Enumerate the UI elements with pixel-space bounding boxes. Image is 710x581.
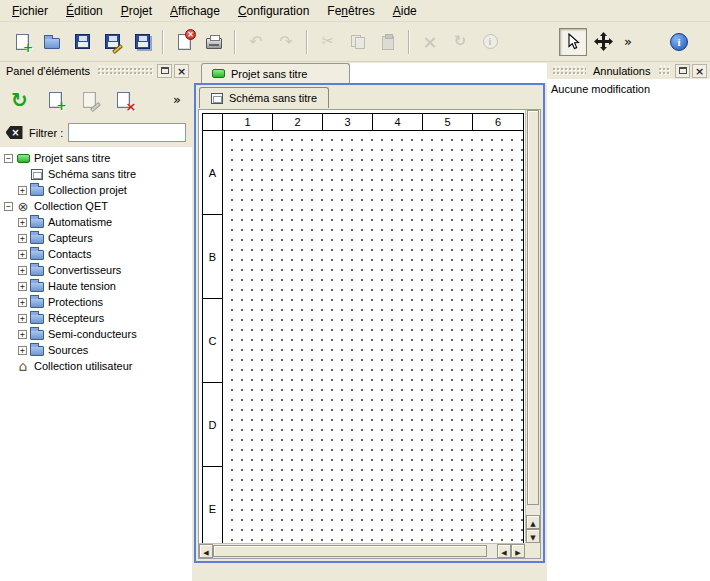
float-icon	[161, 67, 169, 74]
scroll-left-end-button[interactable]	[199, 544, 213, 558]
menu-fenetres[interactable]: Fenêtres	[318, 0, 383, 21]
scroll-right-button[interactable]	[511, 544, 525, 558]
new-element-button[interactable]	[41, 85, 70, 114]
folder-icon	[30, 232, 44, 244]
scroll-left-button[interactable]	[497, 544, 511, 558]
expander-icon[interactable]: +	[18, 186, 27, 195]
overflow-icon	[166, 89, 188, 111]
expander-icon[interactable]: −	[4, 154, 13, 163]
delete-icon	[419, 31, 441, 53]
open-button[interactable]	[38, 28, 66, 56]
undo-panel-float-button[interactable]	[675, 64, 690, 78]
menu-aide[interactable]: Aide	[384, 0, 426, 21]
undo-list-item[interactable]: Aucune modification	[547, 81, 710, 97]
clear-filter-button[interactable]	[4, 124, 24, 142]
move-icon	[592, 31, 614, 53]
menu-affichage[interactable]: Affichage	[161, 0, 229, 21]
vscroll-track[interactable]	[526, 505, 540, 515]
scroll-up-button[interactable]	[526, 515, 540, 529]
close-icon	[177, 65, 186, 77]
tree-item-convertisseurs[interactable]: +Convertisseurs	[0, 262, 192, 278]
expander-icon[interactable]: +	[18, 298, 27, 307]
tree-item-project-untitled[interactable]: −Projet sans titre	[0, 150, 192, 166]
save-all-icon	[131, 31, 153, 53]
tree-item-protections[interactable]: +Protections	[0, 294, 192, 310]
scroll-down-button[interactable]	[526, 529, 540, 543]
ruler-column-label: 2	[273, 114, 323, 131]
tree-item-sources[interactable]: +Sources	[0, 342, 192, 358]
ruler-row-label: E	[203, 467, 223, 543]
expander-icon[interactable]: −	[4, 202, 13, 211]
tree-item-semi-conducteurs[interactable]: +Semi-conducteurs	[0, 326, 192, 342]
undo-panel-title: Annulations	[590, 65, 654, 77]
select-button[interactable]	[559, 28, 587, 56]
move-button[interactable]	[589, 28, 617, 56]
tree-item-schema-untitled[interactable]: Schéma sans titre	[0, 166, 192, 182]
expander-icon[interactable]: +	[18, 266, 27, 275]
tree-item-contacts[interactable]: +Contacts	[0, 246, 192, 262]
menu-projet[interactable]: Projet	[112, 0, 161, 21]
menu-fichier[interactable]: Fichier	[3, 0, 57, 21]
save-button[interactable]	[68, 28, 96, 56]
expander-icon[interactable]: +	[18, 282, 27, 291]
undo-button[interactable]	[242, 28, 270, 56]
open-icon	[41, 31, 63, 53]
redo-button[interactable]	[272, 28, 300, 56]
undo-panel-close-button[interactable]	[692, 64, 707, 78]
tree-item-collection-projet[interactable]: +Collection projet	[0, 182, 192, 198]
elements-panel-close-button[interactable]	[174, 64, 189, 78]
tab-diagram[interactable]: Schéma sans titre	[199, 87, 329, 108]
expander-icon[interactable]: +	[18, 346, 27, 355]
close-file-button[interactable]	[170, 28, 198, 56]
elements-panel-float-button[interactable]	[157, 64, 172, 78]
hscroll-track[interactable]	[487, 544, 497, 558]
tree-item-recepteurs[interactable]: +Récepteurs	[0, 310, 192, 326]
tree-item-automatisme[interactable]: +Automatisme	[0, 214, 192, 230]
folder-icon	[30, 248, 44, 260]
toolbar-overflow-button[interactable]	[619, 28, 637, 56]
hscroll-thumb[interactable]	[213, 545, 487, 557]
tree-item-haute-tension[interactable]: +Haute tension	[0, 278, 192, 294]
diagram-canvas[interactable]: 123456ABCDE	[199, 110, 525, 543]
reload-button[interactable]	[3, 83, 36, 116]
horizontal-scrollbar[interactable]	[199, 543, 525, 558]
folder-icon	[30, 296, 44, 308]
tree-item-collection-utilisateur[interactable]: Collection utilisateur	[0, 358, 192, 374]
expander-icon[interactable]: +	[18, 218, 27, 227]
cut-button[interactable]	[314, 28, 342, 56]
save-all-button[interactable]	[128, 28, 156, 56]
main-area: Panel d'éléments Filtrer : −Projet sans …	[0, 62, 710, 581]
expander-icon[interactable]: +	[18, 314, 27, 323]
tree-item-label: Sources	[48, 344, 88, 356]
select-icon	[562, 31, 584, 53]
project-tabbar-empty	[350, 63, 547, 83]
delete-button[interactable]	[416, 28, 444, 56]
expander-icon[interactable]: +	[18, 234, 27, 243]
tree-item-capteurs[interactable]: +Capteurs	[0, 230, 192, 246]
vscroll-thumb[interactable]	[527, 110, 539, 505]
menu-edition[interactable]: Édition	[57, 0, 112, 21]
panel-overflow-button[interactable]	[169, 89, 185, 111]
save-as-button[interactable]	[98, 28, 126, 56]
menu-configuration[interactable]: Configuration	[229, 0, 318, 21]
rotate-button[interactable]	[446, 28, 474, 56]
info-button[interactable]	[476, 28, 504, 56]
tree-item-collection-qet[interactable]: −Collection QET	[0, 198, 192, 214]
print-icon	[203, 31, 225, 53]
paste-button[interactable]	[374, 28, 402, 56]
edit-element-button[interactable]	[75, 85, 104, 114]
diagram-view: 123456ABCDE	[198, 109, 541, 559]
undo-panel-titlebar[interactable]: Annulations	[547, 62, 710, 79]
delete-element-button[interactable]	[109, 85, 138, 114]
copy-button[interactable]	[344, 28, 372, 56]
vertical-scrollbar[interactable]	[525, 110, 540, 543]
print-button[interactable]	[200, 28, 228, 56]
cut-icon	[317, 31, 339, 53]
filter-input[interactable]	[68, 123, 186, 142]
new-file-button[interactable]	[8, 28, 36, 56]
about-button[interactable]	[665, 28, 693, 56]
expander-icon[interactable]: +	[18, 250, 27, 259]
tab-project[interactable]: Projet sans titre	[201, 63, 350, 83]
elements-panel-titlebar[interactable]: Panel d'éléments	[0, 62, 192, 79]
expander-icon[interactable]: +	[18, 330, 27, 339]
